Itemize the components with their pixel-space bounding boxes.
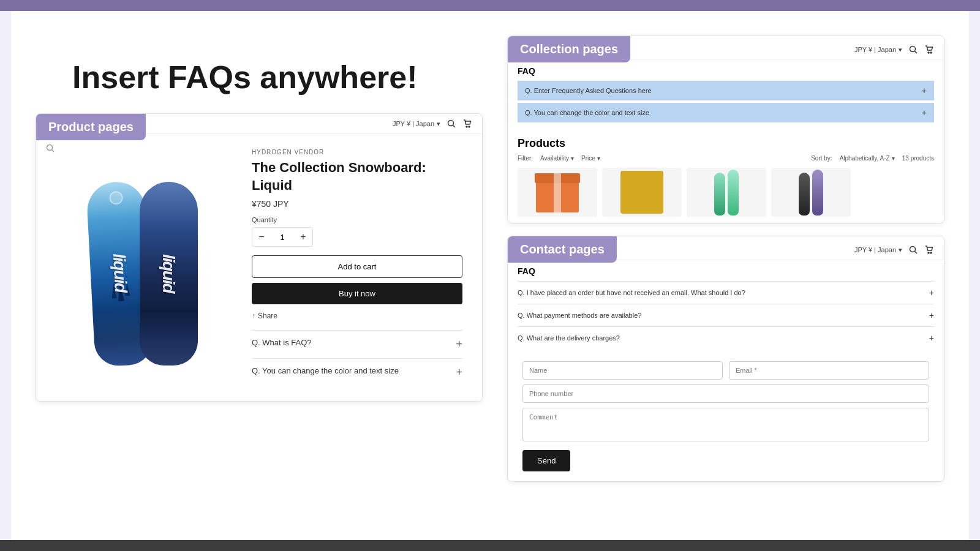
sort-dropdown[interactable]: Alphabetically, A-Z ▾	[840, 155, 895, 162]
qty-decrease-button[interactable]: −	[252, 228, 271, 246]
contact-name-input[interactable]	[522, 361, 723, 380]
submit-btn-area: Send	[522, 450, 929, 471]
qty-value: 1	[271, 233, 294, 242]
collection-faq-item-2: Q. You can change the color and text siz…	[518, 103, 934, 122]
product-page-inner: JPY ¥ | Japan ▾	[36, 114, 482, 401]
faq-toggle-1[interactable]: +	[456, 338, 462, 351]
contact-inner: JPY ¥ | Japan ▾	[508, 236, 944, 481]
contact-cart-icon[interactable]	[924, 245, 934, 255]
contact-faq-toggle-2[interactable]: +	[929, 310, 934, 320]
main-content: Insert FAQs anywhere! Product pages JPY …	[11, 11, 969, 540]
products-heading: Products	[518, 137, 934, 150]
product-thumb-boards-dark	[771, 168, 851, 217]
contact-faq-q1: Q. I have placed an order but have not r…	[518, 289, 745, 296]
faq-question-1: Q. What is FAQ?	[252, 338, 451, 347]
qty-increase-button[interactable]: +	[294, 228, 312, 246]
product-thumb-yellow	[602, 168, 682, 217]
contact-faq-toggle-1[interactable]: +	[929, 288, 934, 298]
faq-question-2: Q. You can change the color and text siz…	[252, 366, 451, 375]
collection-search-icon[interactable]	[908, 45, 918, 54]
price-filter[interactable]: Price ▾	[581, 155, 600, 162]
collection-faq-section: FAQ Q. Enter Frequently Asked Questions …	[508, 60, 944, 131]
nav-cart-icon[interactable]	[462, 119, 472, 129]
contact-phone-input[interactable]	[522, 384, 929, 403]
nav-search-icon[interactable]	[447, 119, 456, 129]
quantity-label: Quantity	[252, 216, 462, 223]
gift-icon	[536, 173, 579, 212]
svg-point-4	[47, 145, 53, 151]
svg-point-9	[930, 52, 932, 53]
product-thumb-boards-green	[687, 168, 766, 217]
products-section: Products Filter: Availability ▾ Price ▾	[508, 131, 944, 223]
contact-faq-item-2: Q. What payment methods are available? +	[518, 304, 934, 326]
collection-card: Collection pages JPY ¥ | Japan ▾	[507, 36, 944, 223]
svg-line-1	[453, 126, 456, 128]
products-grid	[518, 168, 934, 217]
collection-cart-icon[interactable]	[924, 45, 934, 54]
product-title: The Collection Snowboard: Liquid	[252, 159, 462, 194]
collection-faq-q2: Q. You can change the color and text siz…	[525, 109, 649, 116]
svg-point-3	[469, 126, 470, 127]
availability-filter[interactable]: Availability ▾	[540, 155, 574, 162]
filter-right: Sort by: Alphabetically, A-Z ▾ 13 produc…	[811, 155, 934, 162]
snowboard-text-left: liquid	[108, 253, 130, 293]
product-price: ¥750 JPY	[252, 199, 462, 209]
contact-submit-button[interactable]: Send	[522, 450, 570, 471]
bottom-bar	[0, 540, 980, 551]
filter-bar: Filter: Availability ▾ Price ▾ Sort	[518, 155, 934, 162]
collection-faq-heading: FAQ	[518, 66, 934, 76]
collection-faq-toggle-2[interactable]: +	[922, 108, 927, 118]
svg-point-13	[930, 252, 932, 253]
svg-point-6	[910, 47, 916, 52]
svg-line-5	[52, 150, 55, 152]
product-pages-label: Product pages	[36, 114, 146, 140]
collection-nav-currency: JPY ¥ | Japan ▾	[854, 46, 902, 54]
product-layout: liquid liquid HYDROGEN VENDOR The Collec…	[36, 134, 482, 401]
svg-point-10	[910, 247, 916, 252]
contact-search-icon[interactable]	[908, 245, 918, 255]
contact-nav-currency: JPY ¥ | Japan ▾	[854, 246, 902, 254]
yellow-block-icon	[620, 171, 663, 214]
filter-left: Filter: Availability ▾ Price ▾	[518, 155, 600, 162]
product-details: HYDROGEN VENDOR The Collection Snowboard…	[242, 144, 472, 391]
svg-line-11	[915, 252, 918, 254]
product-image-area: liquid liquid	[46, 144, 242, 391]
contact-email-input[interactable]	[729, 361, 929, 380]
svg-point-8	[928, 52, 929, 53]
sort-label: Sort by:	[811, 155, 832, 162]
quantity-control: − 1 +	[252, 227, 313, 247]
contact-form-name-email-row	[522, 361, 929, 380]
svg-line-7	[915, 51, 918, 54]
contact-card: Contact pages JPY ¥ | Japan ▾	[507, 236, 944, 482]
collection-faq-item-1: Q. Enter Frequently Asked Questions here…	[518, 81, 934, 100]
faq-toggle-2[interactable]: +	[456, 366, 462, 379]
product-pages-card: Product pages JPY ¥ | Japan ▾	[36, 113, 483, 402]
buy-now-button[interactable]: Buy it now	[252, 283, 462, 304]
collection-pages-label: Collection pages	[508, 36, 630, 62]
contact-faq-section: FAQ Q. I have placed an order but have n…	[508, 260, 944, 355]
faq-item-1: Q. What is FAQ? +	[252, 330, 462, 358]
share-link[interactable]: ↑ Share	[252, 312, 462, 320]
right-panel: Collection pages JPY ¥ | Japan ▾	[507, 36, 944, 482]
left-panel: Insert FAQs anywhere! Product pages JPY …	[36, 36, 483, 402]
contact-form: Send	[508, 355, 944, 481]
snowboard-right: liquid	[140, 182, 198, 365]
top-bar	[0, 0, 980, 11]
contact-faq-q2: Q. What payment methods are available?	[518, 312, 641, 319]
zoom-icon[interactable]	[46, 144, 55, 154]
add-to-cart-button[interactable]: Add to cart	[252, 255, 462, 278]
filter-label: Filter:	[518, 155, 533, 162]
contact-faq-toggle-3[interactable]: +	[929, 333, 934, 343]
collection-inner: JPY ¥ | Japan ▾	[508, 36, 944, 223]
contact-comment-textarea[interactable]	[522, 408, 929, 441]
svg-point-0	[448, 121, 454, 126]
contact-pages-label: Contact pages	[508, 236, 617, 263]
dark-boards-icon	[799, 170, 823, 216]
snowboard-text-right: liquid	[159, 254, 178, 293]
collection-faq-q1: Q. Enter Frequently Asked Questions here	[525, 87, 652, 94]
collection-faq-toggle-1[interactable]: +	[922, 86, 927, 96]
contact-faq-heading: FAQ	[518, 266, 934, 276]
snowboard-image: liquid liquid	[91, 170, 198, 365]
nav-currency: JPY ¥ | Japan ▾	[393, 120, 440, 128]
hero-title: Insert FAQs anywhere!	[72, 60, 483, 95]
